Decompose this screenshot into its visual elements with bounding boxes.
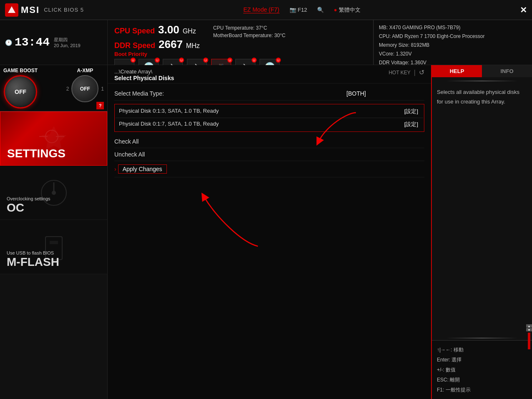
cpu-info-text: CPU: AMD Ryzen 7 1700 Eight-Core Process… — [379, 32, 527, 41]
help-content: Selects all available physical disks for… — [432, 81, 532, 333]
svg-rect-8 — [50, 241, 58, 244]
close-button[interactable]: ✕ — [520, 5, 527, 15]
temps-block: CPU Temperature: 37°C MotherBoard Temper… — [213, 23, 285, 38]
ez-mode-link[interactable]: EZ Mode (F7) — [243, 6, 279, 13]
scrollbar-area: ▲ ▼ — [432, 333, 532, 336]
knob-off-label: OFF — [15, 88, 26, 95]
sidebar-item-settings[interactable]: SETTINGS — [0, 111, 107, 166]
hotkey-label: HOT KEY — [388, 70, 410, 76]
hint-f1: F1: 一般性提示 — [437, 385, 527, 395]
help-question-button[interactable]: ? — [96, 102, 104, 109]
disk-1-value: [設定] — [404, 108, 418, 115]
disk-2-value: [設定] — [404, 121, 418, 128]
cpu-speed-unit: GHz — [183, 28, 196, 35]
ddr-speed-unit: MHz — [186, 42, 200, 50]
axmp-label: A-XMP — [66, 68, 104, 73]
check-all-row[interactable]: Check All — [114, 135, 424, 148]
date-display: 20 Jun, 2019 — [54, 43, 81, 48]
scrollbar-thumb[interactable] — [528, 333, 530, 349]
apply-changes-row[interactable]: › Apply Changes — [114, 161, 424, 177]
boot-priority-label: Boot Priority — [114, 51, 366, 57]
cpu-temp-label: CPU Temperature: — [213, 25, 255, 31]
apply-arrow-icon: › — [114, 166, 116, 172]
check-all-label: Check All — [114, 138, 139, 145]
speed-block: CPU Speed 3.00 GHz DDR Speed 2667 MHz — [114, 23, 200, 51]
badge-7: U — [276, 58, 281, 63]
main-area: GAME BOOST OFF A-XMP 2 OFF 1 — [0, 65, 532, 399]
apply-changes-button[interactable]: Apply Changes — [118, 164, 167, 174]
top-bar-center: EZ Mode (F7) 📷 F12 🔍 ● 繁體中文 — [243, 6, 361, 14]
language-label: 繁體中文 — [339, 6, 361, 14]
sidebar-item-oc[interactable]: Overclocking settings OC — [0, 166, 107, 220]
game-boost-knob[interactable]: OFF — [4, 75, 37, 109]
disk-1-row[interactable]: Physical Disk 0:1:3, SATA, 1.0 TB, Ready… — [116, 105, 423, 118]
scroll-up-arrow[interactable]: ▲ — [526, 324, 532, 328]
bios-name-text: CLICK BIOS 5 — [44, 7, 84, 13]
svg-marker-0 — [8, 6, 15, 13]
top-bar-right: ✕ — [520, 5, 527, 15]
game-boost-area: GAME BOOST OFF A-XMP 2 OFF 1 — [0, 65, 107, 111]
select-media-label: Select Media Type: — [114, 90, 164, 97]
settings-content: Select Media Type: [BOTH] Physical Disk … — [108, 83, 431, 399]
select-media-value: [BOTH] — [346, 90, 366, 97]
axmp-row: 2 OFF 1 — [66, 75, 104, 102]
center-panel: ...\Create Array\ Select Physical Disks … — [108, 65, 431, 399]
hotkey-area: HOT KEY | ↺ — [388, 68, 424, 76]
memory-info: Memory Size: 8192MB — [379, 41, 527, 50]
undo-button[interactable]: ↺ — [419, 68, 424, 76]
cpu-ddr-area: CPU Speed 3.00 GHz DDR Speed 2667 MHz CP… — [108, 20, 373, 65]
axmp-section: A-XMP 2 OFF 1 — [66, 68, 104, 102]
badge-6: U — [252, 58, 257, 63]
sidebar-nav: SETTINGS Overclocking settings OC Use US… — [0, 111, 107, 399]
top-bar: MSI CLICK BIOS 5 EZ Mode (F7) 📷 F12 🔍 ● … — [0, 0, 532, 20]
time-display: 13:44 — [15, 36, 50, 49]
system-info-area: MB: X470 GAMING PRO (MS-7B79) CPU: AMD R… — [373, 20, 532, 65]
hotkey-sep: | — [414, 69, 416, 76]
axmp-knob[interactable]: OFF — [71, 75, 98, 102]
svg-rect-7 — [45, 237, 62, 260]
disk-2-row[interactable]: Physical Disk 0:1:7, SATA, 1.0 TB, Ready… — [116, 118, 423, 131]
badge-5: U — [227, 58, 232, 63]
badge-2: U — [155, 58, 160, 63]
language-selector[interactable]: ● 繁體中文 — [334, 6, 361, 14]
tab-help[interactable]: HELP — [432, 65, 482, 77]
axmp-num2: 2 — [66, 86, 69, 92]
left-sidebar: GAME BOOST OFF A-XMP 2 OFF 1 — [0, 65, 108, 399]
game-boost-knob-area: OFF — [3, 75, 38, 109]
mb-temp-label: MotherBoard Temperature: — [213, 33, 273, 38]
search-icon: 🔍 — [317, 7, 324, 13]
keyboard-hints: ↑|→←: 移動 Enter: 選擇 +/-: 數值 ESC: 離開 F1: 一… — [432, 340, 532, 399]
annotation-arrow-2 — [191, 184, 266, 250]
hint-plusminus: +/-: 數值 — [437, 365, 527, 375]
badge-4: U — [203, 58, 208, 63]
hint-enter: Enter: 選擇 — [437, 355, 527, 365]
select-media-row[interactable]: Select Media Type: [BOTH] — [114, 87, 424, 101]
weekday-display: 星期四 — [54, 37, 81, 43]
axmp-off-label: OFF — [80, 86, 90, 92]
sidebar-item-mflash[interactable]: Use USB to flash BIOS M-FLASH — [0, 220, 107, 274]
breadcrumb-area: ...\Create Array\ Select Physical Disks … — [108, 65, 431, 83]
cpu-temp-value: 37°C — [256, 25, 267, 31]
tab-info[interactable]: INFO — [482, 65, 532, 77]
msi-dragon-icon — [5, 3, 18, 17]
uncheck-all-row[interactable]: Uncheck All — [114, 148, 424, 161]
game-boost-section: GAME BOOST OFF — [3, 68, 38, 109]
msi-logo: MSI CLICK BIOS 5 — [5, 3, 84, 17]
search-icon-area[interactable]: 🔍 — [317, 7, 324, 13]
msi-brand-text: MSI — [21, 5, 40, 15]
right-tabs: HELP INFO — [432, 65, 532, 77]
badge-3: U — [179, 58, 184, 63]
info-band: 🕐 13:44 星期四 20 Jun, 2019 CPU Speed 3.00 … — [0, 20, 532, 65]
hint-move: ↑|→←: 移動 — [437, 345, 527, 355]
cpu-speed-value: 3.00 — [158, 23, 179, 36]
clock-icon: 🕐 — [5, 39, 12, 46]
breadcrumb: ...\Create Array\ — [114, 68, 174, 75]
page-title: Select Physical Disks — [114, 75, 174, 81]
svg-point-6 — [52, 191, 56, 195]
ddr-speed-label: DDR Speed — [114, 41, 155, 50]
screenshot-icon-area[interactable]: 📷 F12 — [290, 7, 307, 13]
disk-2-label: Physical Disk 0:1:7, SATA, 1.0 TB, Ready — [119, 121, 219, 128]
clock-area: 🕐 13:44 星期四 20 Jun, 2019 — [0, 20, 108, 65]
scroll-arrows: ▲ ▼ — [526, 324, 532, 331]
scroll-down-arrow[interactable]: ▼ — [526, 328, 532, 331]
